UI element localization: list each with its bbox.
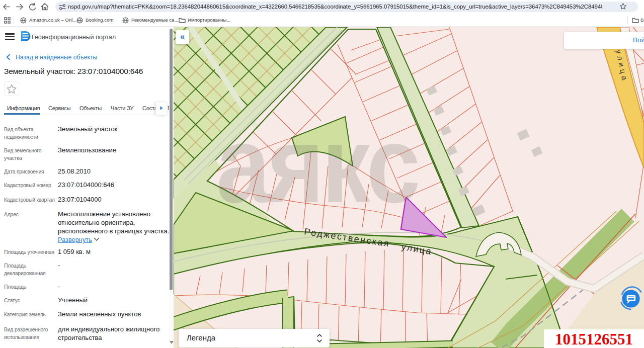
svg-text:аякс: аякс bbox=[216, 105, 418, 225]
